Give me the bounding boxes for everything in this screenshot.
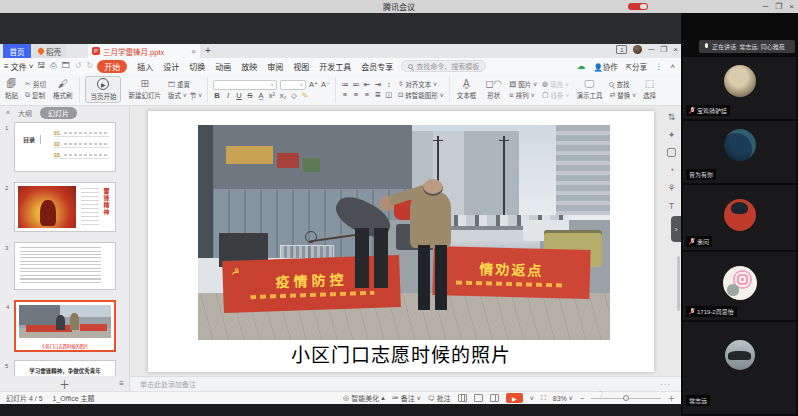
zoom-in-button[interactable]: ＋ (668, 393, 675, 403)
number-list-icon[interactable]: ≕ (352, 80, 360, 89)
zoom-slider-knob[interactable] (623, 395, 629, 401)
slides-tab[interactable]: 幻灯片 (40, 107, 77, 119)
reset-button[interactable]: 🗔重置 (168, 79, 190, 89)
format-painter-button[interactable]: 🖌格式刷 (51, 76, 75, 103)
play-options-icon[interactable]: ˅ (530, 395, 534, 402)
text-tool-icon[interactable]: T (669, 201, 675, 211)
sorter-view-icon[interactable] (474, 394, 483, 402)
slide-thumbnail-1[interactable]: 1 目录 01. 02. 03. (14, 122, 116, 172)
increase-indent-icon[interactable]: ⇥ (374, 80, 382, 89)
font-color-icon[interactable]: A̲ (257, 91, 265, 100)
wps-document-tab[interactable]: P 三月学雷锋月.pptx × (88, 44, 200, 58)
collapse-ribbon-icon[interactable]: ˄ (671, 62, 675, 71)
outline-button[interactable]: ▢线条 ˅ (542, 90, 569, 100)
textbox-button[interactable]: A̳文本框 (455, 76, 479, 103)
slide-caption-text[interactable]: 小区门口志愿时候的照片 (148, 340, 654, 367)
document-tab-close-icon[interactable]: × (191, 47, 196, 56)
undo-icon[interactable]: ↺ (75, 61, 82, 71)
copy-button[interactable]: ⧉复制 (25, 90, 46, 100)
layout-button[interactable]: 版式 ˅ (168, 90, 187, 100)
menu-tab-view[interactable]: 视图 (293, 61, 309, 72)
paste-button[interactable]: 🗐粘贴 (3, 76, 20, 103)
menu-tab-devtools[interactable]: 开发工具 (319, 61, 351, 72)
save-icon[interactable]: 🖫 (37, 61, 45, 71)
smart-beautify-button[interactable]: ◎ 智能美化 ▴ (343, 393, 385, 403)
cloud-sync-icon[interactable]: ☁ (576, 61, 585, 71)
swap-tool-icon[interactable]: ⇅ (668, 112, 676, 122)
align-left-icon[interactable]: ≡ (341, 90, 349, 99)
outline-tab[interactable]: 大纲 (18, 108, 32, 118)
strikethrough-button[interactable]: S (246, 91, 254, 100)
slideshow-play-button[interactable]: ▶ (506, 393, 523, 403)
decrease-indent-icon[interactable]: ⇤ (363, 80, 371, 89)
line-spacing-icon[interactable]: ↕ (385, 80, 393, 89)
underline-button[interactable]: U (235, 91, 243, 100)
menu-tab-insert[interactable]: 插入 (137, 61, 153, 72)
sidebar-expand-tab[interactable]: › (671, 216, 681, 242)
command-search-input[interactable]: 查找命令、搜索模板 (401, 60, 486, 72)
arrange-button[interactable]: ⧈排列 ˅ (509, 90, 537, 100)
slide-photo[interactable]: ☭ 疫情防控 情劝返点 (198, 125, 610, 340)
increase-font-icon[interactable]: A⁺ (309, 80, 318, 89)
share-button[interactable]: ⇱分享 (626, 61, 647, 72)
menu-tab-animation[interactable]: 动画 (215, 61, 231, 72)
new-tab-button[interactable]: + (205, 45, 211, 56)
beautify-tool-icon[interactable]: ✦ (668, 130, 676, 140)
notes-toggle-button[interactable]: ≔ 备注 ˅ (392, 393, 421, 403)
slide-canvas[interactable]: ☭ 疫情防控 情劝返点 (148, 111, 654, 372)
slide-thumbnail-5[interactable]: 5 学习雷锋精神，争做优秀青年 (14, 360, 116, 376)
menu-tab-transition[interactable]: 切换 (189, 61, 205, 72)
editor-scrollbar[interactable] (677, 256, 680, 311)
italic-button[interactable]: I (224, 91, 232, 100)
theme-name[interactable]: 1_Office 主题 (53, 393, 95, 403)
picture-button[interactable]: 🖼图片 ˅ (509, 79, 537, 89)
shapes-button[interactable]: ◻◠形状 (483, 76, 504, 103)
participant-tile[interactable]: 1719-2周思怡 (683, 252, 796, 320)
redo-icon[interactable]: ↻ (86, 61, 93, 71)
tips-tool-icon[interactable]: ⚘ (667, 183, 675, 193)
wps-close-button[interactable]: × (673, 45, 678, 54)
collaborate-button[interactable]: 👤协作 (593, 61, 617, 72)
zoom-level[interactable]: 83% ˅ (553, 395, 573, 402)
participant-tile[interactable]: 音为有你 (683, 121, 796, 183)
presentation-tools-button[interactable]: 🖵演示工具 (574, 76, 604, 103)
superscript-icon[interactable]: x² (268, 91, 276, 100)
meeting-minimize-button[interactable]: ─ (762, 0, 768, 13)
select-button[interactable]: ⬚选择 (641, 76, 658, 103)
account-avatar[interactable] (633, 45, 642, 54)
wps-home-tab[interactable]: 首页 (3, 44, 31, 58)
print-icon[interactable]: ⎙ (50, 61, 56, 71)
participant-tile[interactable]: 常志远 (683, 322, 796, 414)
clear-format-icon[interactable]: ◇ (290, 91, 298, 100)
more-menu-icon[interactable]: ⋮ (655, 62, 663, 71)
highlight-icon[interactable]: ✎ (301, 91, 309, 100)
decrease-font-icon[interactable]: A⁻ (321, 80, 330, 89)
slide-thumbnail-2[interactable]: 2 雷锋精神 (14, 182, 116, 232)
participant-tile[interactable]: 素问 (683, 185, 796, 250)
zoom-out-button[interactable]: − (580, 395, 584, 402)
notes-more-icon[interactable]: ··· (660, 380, 671, 389)
new-slide-button[interactable]: ⊞新建幻灯片 (126, 76, 163, 103)
menu-tab-member[interactable]: 会员专享 (361, 61, 393, 72)
wps-restore-button[interactable]: ❐ (660, 45, 667, 54)
meeting-close-button[interactable]: × (789, 0, 794, 13)
replace-button[interactable]: ⇄替换 ˅ (609, 90, 636, 100)
timer-tool-icon[interactable]: ◔ (669, 165, 674, 175)
justify-icon[interactable]: ≣ (374, 90, 382, 99)
comments-button[interactable]: 🗨 批注 (428, 393, 451, 403)
menu-tab-home[interactable]: 开始 (97, 60, 127, 73)
find-button[interactable]: 查找 (609, 79, 636, 89)
menu-tab-slideshow[interactable]: 放映 (241, 61, 257, 72)
screen-share-indicator[interactable] (628, 3, 648, 10)
subscript-icon[interactable]: x₂ (279, 91, 287, 100)
slide-thumbnail-4-selected[interactable]: 4 小区门口志愿时候的照片 (14, 300, 116, 352)
font-size-select[interactable]: ˅ (280, 80, 306, 90)
print-preview-icon[interactable]: 🗔 (62, 61, 70, 71)
fit-slide-icon[interactable]: ⛶ (541, 394, 546, 402)
fill-button[interactable]: ◍填充 ˅ (542, 79, 569, 89)
file-menu[interactable]: ≡ 文件 ˅ (0, 61, 37, 72)
meeting-restore-button[interactable]: ❐ (775, 0, 782, 13)
zoom-slider[interactable] (591, 393, 661, 403)
cut-button[interactable]: ✂剪切 (25, 79, 46, 89)
normal-view-icon[interactable] (458, 394, 467, 402)
